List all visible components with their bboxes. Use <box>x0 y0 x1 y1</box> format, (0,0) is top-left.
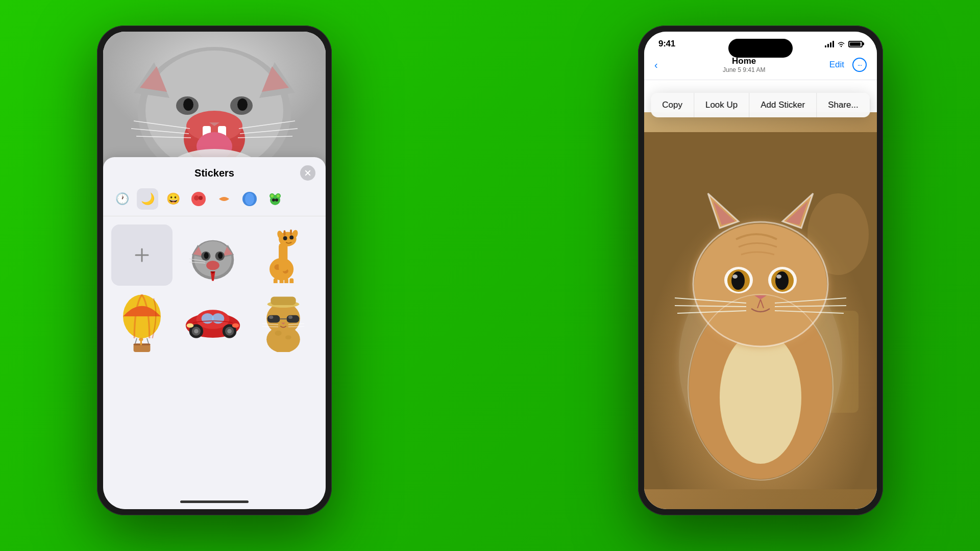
svg-point-40 <box>194 241 231 277</box>
category-tab-fish[interactable] <box>213 188 235 210</box>
svg-point-33 <box>271 194 274 197</box>
svg-point-75 <box>139 338 143 341</box>
status-time: 9:41 <box>658 39 675 49</box>
stickers-categories: 🕐 🌙 😀 <box>103 184 326 216</box>
category-tab-food[interactable] <box>188 188 209 210</box>
svg-point-112 <box>695 224 826 344</box>
status-icons <box>825 40 863 47</box>
category-tab-recent[interactable]: 🕐 <box>111 188 133 210</box>
home-indicator <box>180 500 249 503</box>
svg-point-47 <box>204 253 208 259</box>
svg-line-70 <box>135 338 137 343</box>
context-copy-button[interactable]: Copy <box>651 93 694 117</box>
svg-point-104 <box>841 45 842 46</box>
stickers-title: Stickers <box>194 167 234 179</box>
wifi-icon <box>837 41 845 47</box>
category-tab-blue[interactable] <box>239 188 260 210</box>
svg-point-48 <box>218 253 223 259</box>
stickers-close-button[interactable] <box>300 165 315 181</box>
svg-rect-62 <box>290 230 292 235</box>
context-add-sticker-button[interactable]: Add Sticker <box>749 93 817 117</box>
svg-point-123 <box>731 271 745 290</box>
svg-point-110 <box>720 331 801 464</box>
svg-point-82 <box>194 329 199 334</box>
svg-point-29 <box>245 193 254 205</box>
category-tab-frog[interactable] <box>264 188 286 210</box>
signal-bars-icon <box>825 40 834 47</box>
right-phone: 9:41 <box>638 26 883 515</box>
nav-title: Home <box>723 56 765 66</box>
svg-point-34 <box>277 194 280 197</box>
svg-point-85 <box>227 329 232 334</box>
nav-right-buttons: Edit ··· <box>829 58 867 72</box>
battery-icon <box>848 41 863 47</box>
right-phone-screen: 9:41 <box>644 32 877 509</box>
more-dots-icon: ··· <box>857 61 862 69</box>
cat-tabby-image <box>644 132 877 489</box>
svg-point-25 <box>194 195 199 201</box>
svg-point-103 <box>285 335 291 339</box>
svg-point-79 <box>212 313 224 324</box>
context-share-button[interactable]: Share... <box>817 93 870 117</box>
svg-point-26 <box>199 196 203 200</box>
svg-point-78 <box>201 313 213 324</box>
svg-point-10 <box>237 98 248 111</box>
sticker-cat-angry[interactable] <box>182 224 243 286</box>
svg-point-9 <box>183 98 193 111</box>
svg-point-63 <box>283 236 287 240</box>
svg-point-96 <box>288 315 292 319</box>
svg-point-102 <box>275 331 282 336</box>
stickers-grid <box>103 216 326 361</box>
svg-rect-66 <box>279 279 283 283</box>
svg-rect-67 <box>284 279 288 283</box>
svg-rect-92 <box>267 315 280 322</box>
svg-rect-91 <box>271 296 296 305</box>
svg-point-126 <box>776 274 781 279</box>
left-phone-screen: Stickers 🕐 🌙 😀 <box>103 32 326 509</box>
nav-subtitle: June 5 9:41 AM <box>723 66 765 73</box>
sticker-giraffe[interactable] <box>253 224 314 286</box>
category-tab-night[interactable]: 🌙 <box>137 188 158 210</box>
sticker-cat-fancy[interactable] <box>253 292 314 353</box>
nav-back-button[interactable]: ‹ <box>654 59 659 71</box>
nav-title-block: Home June 5 9:41 AM <box>723 56 765 73</box>
cat-photo-top <box>103 32 326 174</box>
svg-rect-61 <box>283 230 285 236</box>
svg-point-35 <box>272 198 275 202</box>
scene: Stickers 🕐 🌙 😀 <box>0 0 980 551</box>
dynamic-island <box>728 39 793 58</box>
yawning-cat-image <box>103 32 326 174</box>
stickers-panel: Stickers 🕐 🌙 😀 <box>103 157 326 509</box>
stickers-header: Stickers <box>103 157 326 184</box>
cat-photo-right <box>644 112 877 509</box>
status-bar: 9:41 <box>644 32 877 52</box>
svg-point-124 <box>775 271 789 290</box>
svg-rect-68 <box>289 279 293 283</box>
left-phone: Stickers 🕐 🌙 😀 <box>97 26 332 515</box>
sticker-car[interactable] <box>182 292 243 353</box>
svg-rect-57 <box>279 243 287 271</box>
svg-point-87 <box>232 323 239 328</box>
svg-point-86 <box>186 323 193 328</box>
sticker-balloon[interactable] <box>111 292 173 353</box>
back-chevron-icon: ‹ <box>654 59 658 71</box>
svg-point-49 <box>206 261 219 270</box>
svg-point-125 <box>732 274 738 279</box>
category-tab-emoji[interactable]: 😀 <box>162 188 184 210</box>
add-sticker-button[interactable] <box>111 224 173 286</box>
more-button[interactable]: ··· <box>852 58 867 72</box>
context-menu: Copy Look Up Add Sticker Share... <box>651 93 870 117</box>
edit-button[interactable]: Edit <box>829 60 844 70</box>
context-lookup-button[interactable]: Look Up <box>694 93 749 117</box>
svg-point-64 <box>289 236 293 240</box>
svg-point-95 <box>269 315 273 319</box>
svg-line-71 <box>147 338 149 343</box>
svg-rect-93 <box>287 315 300 322</box>
svg-rect-65 <box>274 279 278 283</box>
svg-point-36 <box>275 198 278 202</box>
